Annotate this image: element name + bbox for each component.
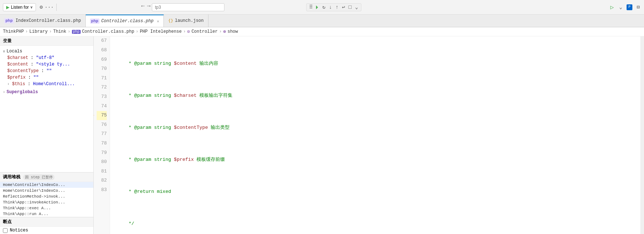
listen-button[interactable]: ▶ Listen for ∨	[3, 3, 36, 11]
var-sep-contenttype: :	[41, 68, 46, 74]
sep1: ›	[25, 29, 28, 34]
step-into-icon[interactable]: ↑	[334, 4, 340, 10]
ln-81: 81	[97, 167, 107, 176]
var-contenttype[interactable]: $contentType : ""	[0, 68, 93, 74]
var-this[interactable]: › $this : Home\Controll...	[0, 81, 93, 87]
tab-label-launch: launch.json	[175, 18, 204, 23]
callstack-title: 调用堆栈 因 step 已暂停	[0, 172, 93, 182]
sep2: ›	[49, 29, 52, 34]
code-line-72: */	[110, 219, 640, 229]
layout-icon[interactable]: ⊟	[635, 4, 641, 10]
run-icon[interactable]: ▷	[609, 4, 615, 10]
code-69-text: * @param string $contentType 输出类型	[114, 124, 230, 132]
var-value-this: Home\Controll...	[33, 82, 75, 87]
breadcrumb-intelephense[interactable]: PHP Intelephense	[140, 29, 182, 34]
ln-71: 71	[97, 74, 107, 83]
code-71-text: * @return mixed	[114, 188, 171, 196]
callstack-item-0[interactable]: Home\Controller\IndexCo...	[0, 182, 93, 188]
sep5: ›	[183, 29, 186, 34]
var-name-this: $this	[12, 82, 25, 87]
step-over-icon[interactable]: ↓	[328, 4, 333, 10]
restart-icon[interactable]: ↻	[321, 4, 327, 10]
back-icon[interactable]: ←	[140, 3, 146, 9]
ln-82: 82	[97, 176, 107, 186]
code-lines: * @param string $content 输出内容 * @param s…	[110, 36, 640, 234]
search-input[interactable]	[152, 3, 224, 11]
locals-arrow: ∨	[3, 49, 5, 53]
more-icon[interactable]: ···	[46, 4, 52, 10]
expand-icon[interactable]: ⌄	[354, 4, 360, 10]
ln-67: 67	[97, 36, 107, 46]
locals-header[interactable]: ∨ Locals	[0, 48, 93, 55]
toolbar-center: ← →	[61, 3, 303, 11]
expand2-icon[interactable]: ⌄	[618, 4, 624, 10]
breadcrumb-php-icon: php	[72, 30, 81, 34]
callstack-item-4[interactable]: Think\App::exec A...	[0, 205, 93, 211]
ln-78: 78	[97, 139, 107, 148]
code-line-69: * @param string $contentType 输出类型	[110, 123, 640, 132]
breakpoint-notices-label: Notices	[10, 228, 28, 233]
ln-75: ▶ 75	[97, 111, 107, 120]
ln-79: 79	[97, 148, 107, 158]
breakpoint-notices: Notices	[0, 227, 93, 234]
breakpoints-section: 断点 Notices	[0, 217, 93, 234]
breadcrumb: ThinkPHP › Library › Think › php Control…	[0, 27, 644, 36]
var-name-content: $content	[7, 62, 28, 67]
var-value-contenttype: ""	[46, 68, 52, 74]
var-sep-prefix: :	[28, 75, 33, 80]
vertical-scrollbar[interactable]	[640, 36, 644, 234]
code-72-text: */	[114, 220, 134, 228]
ln-80: 80	[97, 158, 107, 167]
tab-controller[interactable]: php Controller.class.php ✕	[86, 15, 164, 27]
superglobals-header[interactable]: › Superglobals	[0, 89, 93, 95]
forward-icon[interactable]: →	[146, 3, 152, 9]
step-out-icon[interactable]: ↩	[341, 4, 347, 10]
ln-70: 70	[97, 64, 107, 74]
var-prefix[interactable]: $prefix : ""	[0, 74, 93, 81]
tab-close-button[interactable]: ✕	[157, 19, 159, 24]
locals-label: Locals	[7, 49, 22, 54]
profile-icon[interactable]: P	[627, 4, 632, 10]
var-sep-content: :	[31, 62, 36, 67]
ln-76: 76	[97, 120, 107, 130]
breadcrumb-show[interactable]: show	[227, 29, 238, 34]
toolbar: ▶ Listen for ∨ ⚙ ··· ← → ⠿ ⏵ ↻ ↓ ↑ ↩ □ ⌄…	[0, 0, 644, 15]
var-value-charset: "utf-8"	[36, 55, 54, 60]
callstack-section: 调用堆栈 因 step 已暂停 Home\Controller\IndexCo.…	[0, 172, 93, 217]
debug-arrow: ▶	[94, 112, 94, 119]
play-icon: ▶	[6, 5, 9, 10]
callstack-item-5[interactable]: Think\App::run A...	[0, 211, 93, 217]
breadcrumb-think[interactable]: Think	[53, 29, 66, 34]
breadcrumb-method-icon: ⊚	[223, 29, 226, 35]
breakpoint-notices-checkbox[interactable]	[3, 228, 8, 233]
continue-icon[interactable]: ⏵	[315, 4, 320, 10]
tab-indexcontroller[interactable]: php IndexController.class.php	[0, 15, 86, 27]
var-charset[interactable]: $charset : "utf-8"	[0, 55, 93, 61]
breadcrumb-thinkphp[interactable]: ThinkPHP	[3, 29, 24, 34]
variables-title: 变量	[0, 36, 93, 46]
gear-icon[interactable]: ⚙	[38, 4, 44, 10]
callstack-item-3[interactable]: Think\App::invokeAction...	[0, 199, 93, 205]
code-line-67: * @param string $content 输出内容	[110, 59, 640, 68]
ln-69: 69	[97, 55, 107, 64]
callstack-item-1[interactable]: Home\Controller\IndexCo...	[0, 188, 93, 194]
tab-label-indexcontroller: IndexController.class.php	[16, 18, 81, 23]
chevron-icon: ∨	[30, 5, 33, 9]
code-70-text: * @param string $prefix 模板缓存前缀	[114, 156, 225, 164]
locals-group: ∨ Locals $charset : "utf-8" $content : "…	[0, 47, 93, 88]
sep4: ›	[136, 29, 138, 34]
listen-label: Listen for	[11, 5, 29, 10]
callstack-label: 调用堆栈	[3, 174, 20, 180]
ln-68: 68	[97, 46, 107, 55]
breadcrumb-controller[interactable]: Controller	[191, 29, 218, 34]
callstack-badge: 因 step 已暂停	[23, 174, 54, 180]
callstack-item-2[interactable]: ReflectionMethod->invok...	[0, 194, 93, 199]
breadcrumb-library[interactable]: Library	[29, 29, 48, 34]
code-line-68: * @param string $charset 模板输出字符集	[110, 91, 640, 100]
stop-icon[interactable]: □	[347, 4, 353, 10]
var-content[interactable]: $content : "<style ty...	[0, 61, 93, 68]
tab-launch[interactable]: {} launch.json	[164, 15, 208, 27]
var-value-content: "<style ty...	[36, 62, 70, 67]
tab-label-controller: Controller.class.php	[101, 19, 154, 24]
breadcrumb-file[interactable]: Controller.class.php	[82, 29, 134, 34]
